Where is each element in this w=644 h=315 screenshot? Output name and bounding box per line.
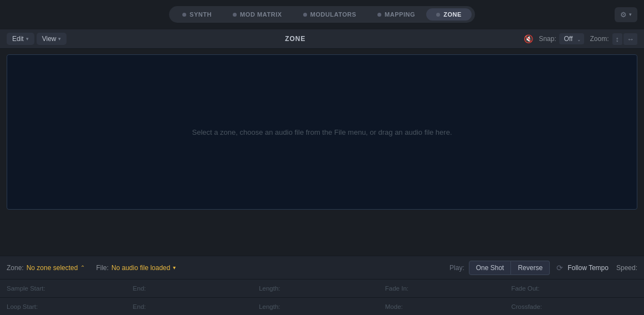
loop-length-label: Length: — [259, 303, 280, 310]
crossfade-group: Crossfade: — [511, 303, 637, 310]
tab-dot-modulators — [303, 13, 307, 17]
follow-tempo-icon[interactable]: ⟳ — [556, 263, 563, 272]
one-shot-button[interactable]: One Shot — [469, 261, 512, 275]
reverse-button[interactable]: Reverse — [511, 261, 550, 275]
snap-select-wrap: Off 1/8 1/4 — [559, 33, 584, 44]
tab-synth[interactable]: SYNTH — [172, 8, 222, 21]
speaker-icon[interactable]: 🔇 — [524, 34, 533, 43]
end-group: End: — [133, 285, 259, 292]
file-value[interactable]: No audio file loaded — [111, 264, 170, 272]
tab-bar: SYNTH MOD MATRIX MODULATORS MAPPING ZONE… — [0, 0, 644, 29]
snap-group: Snap: Off 1/8 1/4 — [539, 33, 584, 44]
bottom-row1: Zone: No zone selected ⌃ File: No audio … — [0, 256, 644, 280]
zone-value[interactable]: No zone selected — [27, 264, 78, 272]
snap-label: Snap: — [539, 35, 556, 43]
loop-end-label: End: — [133, 303, 146, 310]
zoom-fit-width-button[interactable]: ↔ — [623, 33, 637, 45]
loop-start-group: Loop Start: — [7, 303, 133, 310]
speed-label: Speed: — [616, 264, 637, 272]
sample-start-label: Sample Start: — [7, 285, 45, 292]
gear-icon: ⚙ — [620, 11, 627, 19]
snap-select[interactable]: Off 1/8 1/4 — [559, 33, 584, 44]
bottom-controls: Zone: No zone selected ⌃ File: No audio … — [0, 256, 644, 315]
fade-out-group: Fade Out: — [511, 285, 637, 292]
view-chevron: ▾ — [58, 36, 61, 42]
bottom-row3: Loop Start: End: Length: Mode: Crossfade… — [0, 297, 644, 315]
settings-button[interactable]: ⚙ ▾ — [615, 7, 637, 22]
tab-label-mapping: MAPPING — [385, 11, 415, 18]
view-button[interactable]: View ▾ — [37, 33, 67, 45]
tab-dot-mod-matrix — [233, 13, 237, 17]
follow-group: ⟳ Follow Tempo Speed: — [556, 263, 637, 272]
length-group: Length: — [259, 285, 385, 292]
tab-label-zone: ZONE — [443, 11, 462, 18]
zoom-label: Zoom: — [590, 35, 609, 43]
zoom-group: Zoom: ↕ ↔ — [590, 33, 637, 45]
toolbar: Edit ▾ View ▾ ZONE 🔇 Snap: Off 1/8 1/4 — [0, 29, 644, 49]
tab-mapping[interactable]: MAPPING — [367, 8, 425, 21]
zone-label: Zone: — [7, 264, 24, 272]
tab-dot-zone — [436, 13, 440, 17]
toolbar-left: Edit ▾ View ▾ — [7, 33, 67, 45]
tab-label-modulators: MODULATORS — [310, 11, 356, 18]
follow-tempo-label: Follow Tempo — [568, 264, 609, 272]
toolbar-right: 🔇 Snap: Off 1/8 1/4 Zoom: ↕ ↔ — [524, 33, 637, 45]
tabs-container: SYNTH MOD MATRIX MODULATORS MAPPING ZONE — [169, 6, 475, 23]
play-label: Play: — [449, 264, 464, 272]
loop-length-group: Length: — [259, 303, 385, 310]
settings-chevron: ▾ — [629, 12, 632, 17]
sample-start-group: Sample Start: — [7, 285, 133, 292]
mode-label: Mode: — [385, 303, 403, 310]
fade-out-label: Fade Out: — [511, 285, 539, 292]
fade-in-label: Fade In: — [385, 285, 408, 292]
zone-field: Zone: No zone selected ⌃ — [7, 264, 85, 272]
tab-mod-matrix[interactable]: MOD MATRIX — [223, 8, 292, 21]
tab-label-mod-matrix: MOD MATRIX — [240, 11, 282, 18]
toolbar-title: ZONE — [71, 35, 519, 43]
tab-label-synth: SYNTH — [190, 11, 212, 18]
waveform-container[interactable]: Select a zone, choose an audio file from… — [7, 54, 637, 210]
tab-modulators[interactable]: MODULATORS — [293, 8, 366, 21]
loop-start-label: Loop Start: — [7, 303, 38, 310]
edit-button[interactable]: Edit ▾ — [7, 33, 34, 45]
zoom-icons: ↕ ↔ — [612, 33, 638, 45]
zoom-fit-button[interactable]: ↕ — [612, 33, 623, 45]
file-field: File: No audio file loaded ▾ — [96, 264, 449, 272]
fade-in-group: Fade In: — [385, 285, 512, 292]
tab-dot-mapping — [377, 13, 381, 17]
play-group: Play: One Shot Reverse — [449, 261, 550, 275]
tab-zone[interactable]: ZONE — [426, 8, 472, 21]
edit-chevron: ▾ — [26, 36, 29, 42]
tab-dot-synth — [182, 13, 186, 17]
main-area: Select a zone, choose an audio file from… — [0, 49, 644, 256]
bottom-row2: Sample Start: End: Length: Fade In: Fade… — [0, 280, 644, 297]
edit-label: Edit — [12, 35, 24, 43]
view-label: View — [42, 35, 57, 43]
file-label: File: — [96, 264, 109, 272]
zone-arrow-icon: ⌃ — [80, 265, 85, 271]
waveform-placeholder: Select a zone, choose an audio file from… — [192, 128, 452, 136]
length-label: Length: — [259, 285, 280, 292]
crossfade-label: Crossfade: — [511, 303, 542, 310]
file-arrow-icon: ▾ — [173, 265, 176, 271]
loop-end-group: End: — [133, 303, 259, 310]
mode-group: Mode: — [385, 303, 512, 310]
end-label: End: — [133, 285, 146, 292]
